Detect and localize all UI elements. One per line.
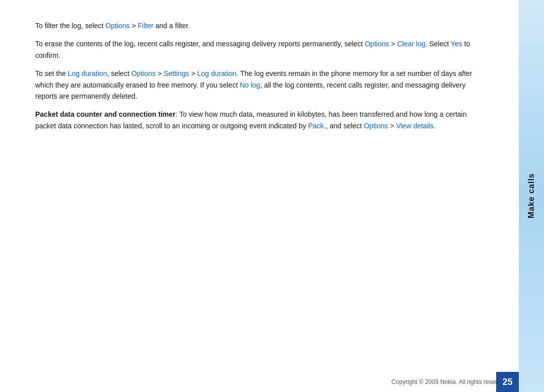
p3-text-before: To set the [35, 69, 68, 77]
side-tab: Make calls [519, 0, 544, 392]
p3-options-link[interactable]: Options [131, 69, 156, 77]
p1-options-link[interactable]: Options [105, 22, 129, 30]
p2-arrow: > [389, 40, 397, 48]
paragraph-2: To erase the contents of the log, recent… [35, 38, 489, 61]
p1-arrow-1: > [130, 22, 138, 30]
p4-text-end: . [434, 122, 436, 130]
paragraph-3: To set the Log duration, select Options … [35, 68, 489, 102]
main-content: To filter the log, select Options > Filt… [35, 20, 489, 362]
p1-filter-link[interactable]: Filter [138, 22, 154, 30]
p2-clear-log-link[interactable]: Clear log [397, 40, 425, 48]
p2-text-after: . Select [425, 40, 450, 48]
page-number: 25 [502, 377, 512, 387]
p4-bold-intro: Packet data counter and connection timer [35, 110, 176, 118]
p2-yes-link[interactable]: Yes [451, 40, 462, 48]
p3-no-log-link[interactable]: No log [240, 81, 260, 89]
p2-text-before: To erase the contents of the log, recent… [35, 40, 365, 48]
p3-arrow1: > [156, 69, 164, 77]
paragraph-4: Packet data counter and connection timer… [35, 109, 489, 131]
p4-pack-link[interactable]: Pack. [308, 122, 326, 130]
p3-text-mid1: , select [107, 69, 131, 77]
p3-log-duration2-link[interactable]: Log duration [197, 69, 236, 77]
p4-options-link[interactable]: Options [364, 122, 388, 130]
page-container: To filter the log, select Options > Filt… [0, 0, 544, 392]
p2-options-link[interactable]: Options [365, 40, 389, 48]
p3-log-duration-link[interactable]: Log duration [68, 69, 107, 77]
p1-text-after: and a filter. [154, 22, 190, 30]
copyright-text: Copyright © 2005 Nokia. All rights reser… [391, 378, 509, 385]
page-number-box: 25 [496, 372, 519, 392]
p1-text-before: To filter the log, select [35, 22, 105, 30]
p3-settings-link[interactable]: Settings [164, 69, 189, 77]
p3-arrow2: > [189, 69, 197, 77]
side-tab-label: Make calls [527, 173, 536, 218]
p4-arrow: > [388, 122, 396, 130]
p4-text-mid: , and select [326, 122, 364, 130]
p4-view-details-link[interactable]: View details [396, 122, 433, 130]
paragraph-1: To filter the log, select Options > Filt… [35, 20, 489, 31]
bottom-bar: Copyright © 2005 Nokia. All rights reser… [0, 372, 519, 392]
